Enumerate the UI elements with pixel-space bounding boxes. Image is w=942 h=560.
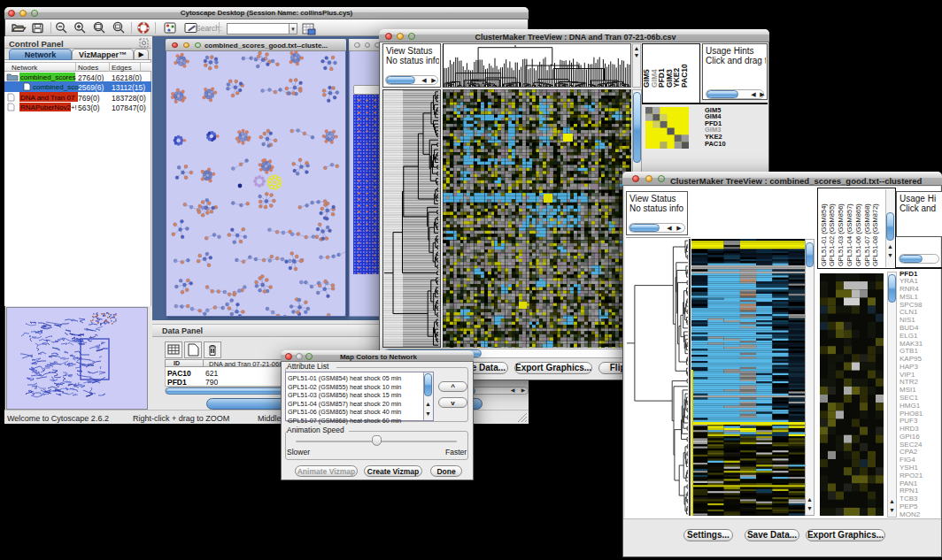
svg-text:YSH1: YSH1 [900, 464, 918, 472]
svg-text:YRA1: YRA1 [900, 277, 918, 285]
svg-text:PAC10: PAC10 [680, 64, 689, 88]
svg-text:HRD3: HRD3 [900, 425, 919, 433]
svg-text:BUD4: BUD4 [900, 324, 919, 332]
svg-text:GTB1: GTB1 [900, 347, 918, 355]
svg-text:NIS1: NIS1 [900, 316, 915, 324]
svg-text:GPL51-07 (GSM868): GPL51-07 (GSM868) [863, 203, 871, 266]
svg-text:GPL51-08 (GSM872): GPL51-08 (GSM872) [871, 203, 879, 266]
svg-text:Search:: Search: [196, 24, 221, 33]
svg-text:RPN1: RPN1 [900, 487, 919, 495]
svg-text:RPO21: RPO21 [900, 472, 923, 479]
svg-text:GPL51-01 (GSM854): GPL51-01 (GSM854) [820, 203, 828, 266]
svg-text:VIP1: VIP1 [900, 371, 915, 379]
svg-text:SEC24: SEC24 [900, 441, 923, 449]
svg-text:ELG1: ELG1 [900, 332, 918, 340]
svg-text:MSL1: MSL1 [900, 293, 918, 301]
svg-text:CLN1: CLN1 [900, 308, 918, 316]
svg-text:HAP3: HAP3 [900, 363, 918, 371]
svg-text:GPL51-02 (GSM855): GPL51-02 (GSM855) [828, 203, 836, 266]
svg-text:MAK31: MAK31 [900, 340, 923, 348]
svg-text:SEC1: SEC1 [900, 394, 918, 402]
svg-text:PUF3: PUF3 [900, 417, 918, 425]
svg-text:GPL51-03 (GSM856): GPL51-03 (GSM856) [837, 203, 845, 266]
svg-text:PFD1: PFD1 [900, 270, 918, 278]
svg-text:MSI1: MSI1 [900, 386, 916, 394]
svg-text:PHO81: PHO81 [900, 410, 923, 418]
svg-text:NTR2: NTR2 [900, 378, 918, 386]
svg-text:HMG1: HMG1 [900, 402, 921, 410]
svg-text:PEP5: PEP5 [900, 502, 918, 510]
svg-text:GPL51-06 (GSM865): GPL51-06 (GSM865) [854, 203, 862, 266]
svg-text:CPA2: CPA2 [900, 448, 918, 456]
svg-text:RNR4: RNR4 [900, 285, 919, 293]
svg-text:KAP95: KAP95 [900, 355, 922, 363]
svg-text:TCB3: TCB3 [900, 495, 918, 502]
svg-text:MON2: MON2 [900, 510, 921, 518]
svg-text:GPL51-04 (GSM857): GPL51-04 (GSM857) [845, 203, 853, 266]
svg-text:SPC98: SPC98 [900, 301, 923, 309]
svg-text:PAN1: PAN1 [900, 479, 918, 487]
svg-text:GPI16: GPI16 [900, 433, 920, 441]
svg-text:FIG4: FIG4 [900, 456, 915, 464]
